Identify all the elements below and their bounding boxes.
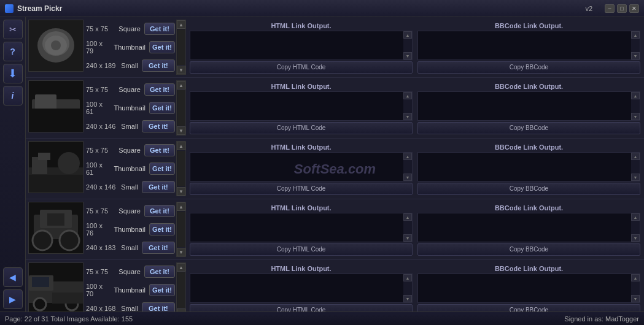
scroll-up-icon[interactable]: ▲ bbox=[177, 202, 185, 211]
html-scroll-up-icon-5[interactable]: ▲ bbox=[403, 274, 412, 281]
help-button[interactable]: ? bbox=[3, 42, 23, 61]
html-textarea-3[interactable] bbox=[190, 153, 403, 181]
scroll-down-icon[interactable]: ▼ bbox=[177, 308, 185, 312]
scroll-track bbox=[177, 90, 185, 126]
app-icon bbox=[5, 4, 14, 13]
maximize-button[interactable]: □ bbox=[617, 4, 627, 13]
size-item-1-1: 75 x 75SquareGet it! bbox=[86, 21, 175, 37]
html-copy-button-2[interactable]: Copy HTML Code bbox=[190, 122, 413, 134]
html-copy-button-3[interactable]: Copy HTML Code bbox=[190, 183, 413, 195]
html-scroll-up-icon-2[interactable]: ▲ bbox=[403, 92, 412, 99]
html-scroll-down-icon-4[interactable]: ▼ bbox=[403, 234, 412, 242]
get-button-2-1[interactable]: Get it! bbox=[144, 83, 175, 96]
size-label-5-1: Square bbox=[118, 268, 140, 275]
size-item-4-3: 240 x 183SmallGet it! bbox=[86, 240, 175, 256]
bbcode-scroll-up-icon-5[interactable]: ▲ bbox=[631, 274, 640, 281]
get-button-2-3[interactable]: Get it! bbox=[142, 120, 175, 132]
html-textarea-5[interactable] bbox=[190, 274, 403, 302]
scissors-button[interactable]: ✂ bbox=[3, 20, 23, 39]
info-button[interactable]: i bbox=[3, 86, 23, 105]
html-copy-button-5[interactable]: Copy HTML Code bbox=[190, 304, 413, 312]
get-button-4-1[interactable]: Get it! bbox=[144, 205, 175, 217]
bbcode-scroll-down-icon-2[interactable]: ▼ bbox=[631, 113, 640, 120]
html-scroll-track-5 bbox=[403, 281, 412, 295]
size-scrollbar-4[interactable]: ▲ ▼ bbox=[176, 202, 186, 257]
bbcode-textarea-2[interactable] bbox=[418, 92, 631, 120]
scroll-up-icon[interactable]: ▲ bbox=[177, 263, 185, 272]
size-scrollbar-2[interactable]: ▲ ▼ bbox=[176, 80, 186, 136]
html-panel-3: HTML Link Output. ▲ ▼ Copy HTML Code bbox=[188, 141, 414, 196]
scroll-down-icon[interactable]: ▼ bbox=[177, 187, 185, 196]
html-scroll-up-icon-3[interactable]: ▲ bbox=[403, 153, 412, 160]
bbcode-scrollbar-2[interactable]: ▲ ▼ bbox=[631, 92, 640, 120]
html-scroll-down-icon-2[interactable]: ▼ bbox=[403, 113, 412, 120]
html-scrollbar-1[interactable]: ▲ ▼ bbox=[403, 31, 412, 59]
scroll-up-icon[interactable]: ▲ bbox=[177, 142, 185, 150]
get-button-2-2[interactable]: Get it! bbox=[149, 102, 175, 114]
bbcode-copy-button-4[interactable]: Copy BBCode bbox=[417, 243, 640, 256]
bbcode-textarea-3[interactable] bbox=[418, 153, 631, 181]
bbcode-scroll-down-icon-1[interactable]: ▼ bbox=[631, 52, 640, 59]
scroll-up-icon[interactable]: ▲ bbox=[177, 81, 185, 90]
scroll-down-icon[interactable]: ▼ bbox=[177, 248, 185, 256]
bbcode-scrollbar-5[interactable]: ▲ ▼ bbox=[631, 274, 640, 302]
size-scrollbar-5[interactable]: ▲ ▼ bbox=[176, 262, 186, 312]
bbcode-textarea-5[interactable] bbox=[418, 274, 631, 302]
bbcode-scroll-up-icon-1[interactable]: ▲ bbox=[631, 31, 640, 39]
get-button-5-3[interactable]: Get it! bbox=[142, 302, 175, 312]
html-scroll-up-icon-1[interactable]: ▲ bbox=[403, 31, 412, 39]
get-button-1-3[interactable]: Get it! bbox=[142, 59, 175, 72]
get-button-3-3[interactable]: Get it! bbox=[142, 181, 175, 193]
html-copy-button-1[interactable]: Copy HTML Code bbox=[190, 61, 413, 74]
html-scroll-down-icon-1[interactable]: ▼ bbox=[403, 52, 412, 59]
scroll-down-icon[interactable]: ▼ bbox=[177, 126, 185, 135]
bbcode-scroll-up-icon-2[interactable]: ▲ bbox=[631, 92, 640, 99]
html-textarea-1[interactable] bbox=[190, 31, 403, 59]
html-scrollbar-2[interactable]: ▲ ▼ bbox=[403, 92, 412, 120]
get-button-1-1[interactable]: Get it! bbox=[144, 23, 175, 35]
scroll-down-icon[interactable]: ▼ bbox=[177, 66, 185, 74]
html-scrollbar-3[interactable]: ▲ ▼ bbox=[403, 153, 412, 181]
bbcode-textarea-4[interactable] bbox=[418, 213, 631, 242]
html-scroll-down-icon-3[interactable]: ▼ bbox=[403, 174, 412, 181]
bbcode-scrollbar-1[interactable]: ▲ ▼ bbox=[631, 31, 640, 59]
forward-button[interactable]: ▶ bbox=[3, 289, 23, 309]
bbcode-scroll-up-icon-3[interactable]: ▲ bbox=[631, 153, 640, 160]
bbcode-scroll-down-icon-3[interactable]: ▼ bbox=[631, 174, 640, 181]
svg-point-4 bbox=[51, 40, 61, 50]
get-button-3-2[interactable]: Get it! bbox=[149, 162, 175, 175]
html-scroll-up-icon-4[interactable]: ▲ bbox=[403, 213, 412, 221]
bbcode-copy-button-1[interactable]: Copy BBCode bbox=[417, 61, 640, 74]
size-scrollbar-3[interactable]: ▲ ▼ bbox=[176, 141, 186, 196]
bbcode-copy-button-3[interactable]: Copy BBCode bbox=[417, 183, 640, 195]
bbcode-scroll-down-icon-4[interactable]: ▼ bbox=[631, 234, 640, 242]
bbcode-copy-button-2[interactable]: Copy BBCode bbox=[417, 122, 640, 134]
size-label-5-3: Small bbox=[121, 305, 138, 312]
size-scrollbar-1[interactable]: ▲ ▼ bbox=[176, 20, 186, 75]
html-scroll-down-icon-5[interactable]: ▼ bbox=[403, 295, 412, 302]
scroll-up-icon[interactable]: ▲ bbox=[177, 20, 185, 29]
bbcode-copy-button-5[interactable]: Copy BBCode bbox=[417, 304, 640, 312]
download-button[interactable]: ⬇ bbox=[3, 64, 23, 83]
html-scrollbar-5[interactable]: ▲ ▼ bbox=[403, 274, 412, 302]
html-scrollbar-4[interactable]: ▲ ▼ bbox=[403, 213, 412, 242]
bbcode-scroll-up-icon-4[interactable]: ▲ bbox=[631, 213, 640, 221]
html-textarea-2[interactable] bbox=[190, 92, 403, 120]
get-button-4-2[interactable]: Get it! bbox=[149, 223, 175, 235]
bbcode-textarea-1[interactable] bbox=[418, 31, 631, 59]
html-copy-button-4[interactable]: Copy HTML Code bbox=[190, 243, 413, 256]
size-item-5-2: 100 x 70ThumbnailGet it! bbox=[86, 282, 175, 298]
minimize-button[interactable]: – bbox=[605, 4, 615, 13]
get-button-3-1[interactable]: Get it! bbox=[144, 144, 175, 156]
get-button-4-3[interactable]: Get it! bbox=[142, 242, 175, 254]
close-button[interactable]: ✕ bbox=[629, 4, 639, 13]
get-button-1-2[interactable]: Get it! bbox=[149, 41, 175, 53]
html-textarea-4[interactable] bbox=[190, 213, 403, 242]
bbcode-scroll-track-3 bbox=[631, 160, 640, 174]
get-button-5-2[interactable]: Get it! bbox=[149, 284, 175, 296]
bbcode-scrollbar-3[interactable]: ▲ ▼ bbox=[631, 153, 640, 181]
bbcode-scrollbar-4[interactable]: ▲ ▼ bbox=[631, 213, 640, 242]
bbcode-scroll-down-icon-5[interactable]: ▼ bbox=[631, 295, 640, 302]
get-button-5-1[interactable]: Get it! bbox=[144, 266, 175, 278]
back-button[interactable]: ◀ bbox=[3, 267, 23, 287]
